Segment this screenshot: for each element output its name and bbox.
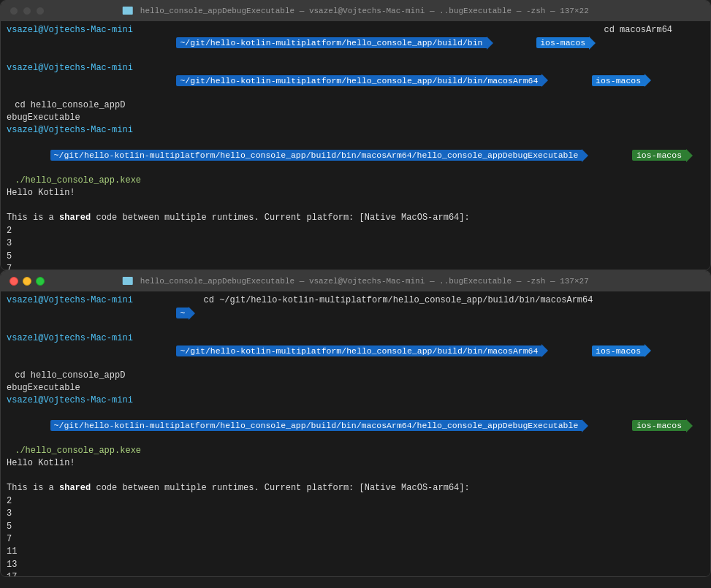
minimize-button-1[interactable]: [23, 7, 31, 15]
num-1-3: 5: [7, 251, 704, 263]
num-2-3: 5: [7, 521, 704, 533]
blank-2: [7, 470, 704, 482]
output-wrap-1: ebugExecutable: [7, 112, 704, 124]
close-button-1[interactable]: [9, 7, 18, 15]
traffic-lights-1: [9, 7, 45, 15]
cmd-line-1: vsazel@Vojtechs-Mac-mini ~/git/hello-kot…: [7, 24, 704, 62]
folder-icon-1: [122, 7, 132, 15]
cmd-line-b1: vsazel@Vojtechs-Mac-mini ~ cd ~/git/hell…: [7, 294, 704, 332]
ios-tag-b2: ios-macos: [592, 345, 645, 356]
cmd-text-b3: ./hello_console_app.kexe: [9, 445, 141, 457]
cmd-line-3: vsazel@Vojtechs-Mac-mini ~/git/hello-kot…: [7, 124, 704, 186]
ios-macos-badge-2: ios-macos: [632, 420, 686, 431]
cmd-text-b2: cd hello_console_appD: [9, 370, 125, 382]
close-button-2[interactable]: [9, 277, 18, 286]
shared-word-2: shared: [59, 483, 91, 493]
cmd-line-2: vsazel@Vojtechs-Mac-mini ~/git/hello-kot…: [7, 62, 704, 112]
num-2-1: 2: [7, 495, 704, 508]
maximize-button-2[interactable]: [36, 277, 45, 286]
cmd-text-3a: ./hello_console_app.kexe: [9, 175, 141, 187]
num-2-5: 11: [7, 546, 704, 558]
terminal-body-2: vsazel@Vojtechs-Mac-mini ~ cd ~/git/hell…: [1, 291, 710, 576]
user-host-2: vsazel@Vojtechs-Mac-mini: [7, 62, 133, 75]
traffic-lights-2: [9, 277, 45, 286]
num-1-4: 7: [7, 263, 704, 270]
user-host-b1: vsazel@Vojtechs-Mac-mini: [7, 294, 133, 307]
cmd-text-b1: cd ~/git/hello-kotlin-multiplatform/hell…: [198, 294, 593, 307]
num-2-7: 17: [7, 571, 704, 576]
hello-kotlin-2: Hello Kotlin!: [7, 457, 704, 470]
user-host-1: vsazel@Vojtechs-Mac-mini: [7, 24, 133, 37]
path-badge-2a: ~/git/hello-kotlin-multiplatform/hello_c…: [176, 75, 541, 86]
num-1-1: 2: [7, 225, 704, 237]
path-badge-b2: ~/git/hello-kotlin-multiplatform/hello_c…: [176, 345, 541, 356]
ios-tag-1a: ios-macos: [536, 37, 589, 48]
shared-line-1: This is a shared code between multiple r…: [7, 212, 704, 224]
ios-tag-2a: ios-macos: [592, 75, 645, 86]
folder-icon-2: [122, 277, 132, 285]
output-wrap-b2: ebugExecutable: [7, 382, 704, 394]
cmd-text-1a: cd macosArm64: [598, 24, 672, 37]
terminal-window-1: hello_console_appDebugExecutable — vsaze…: [0, 0, 711, 270]
path-badge-1a: ~/git/hello-kotlin-multiplatform/hello_c…: [176, 37, 486, 48]
num-2-2: 3: [7, 508, 704, 520]
title-bar-1: hello_console_appDebugExecutable — vsaze…: [1, 1, 710, 21]
cmd-text-2a: cd hello_console_appD: [9, 99, 125, 112]
path-badge-b3: ~/git/hello-kotlin-multiplatform/hello_c…: [50, 420, 582, 431]
user-host-b3: vsazel@Vojtechs-Mac-mini: [7, 394, 133, 407]
title-text-2: hello_console_appDebugExecutable — vsaze…: [122, 277, 589, 286]
path-badge-b1: ~: [176, 308, 189, 318]
title-text-1: hello_console_appDebugExecutable — vsaze…: [122, 7, 589, 15]
num-1-2: 3: [7, 237, 704, 250]
terminal-body-1: vsazel@Vojtechs-Mac-mini ~/git/hello-kot…: [1, 21, 710, 270]
title-bar-2: hello_console_appDebugExecutable — vsaze…: [1, 271, 710, 291]
path-badge-3a: ~/git/hello-kotlin-multiplatform/hello_c…: [50, 150, 582, 161]
num-2-6: 13: [7, 559, 704, 571]
cmd-line-b3: vsazel@Vojtechs-Mac-mini ~/git/hello-kot…: [7, 394, 704, 457]
user-host-3: vsazel@Vojtechs-Mac-mini: [7, 124, 133, 137]
maximize-button-1[interactable]: [36, 7, 45, 15]
hello-kotlin-1: Hello Kotlin!: [7, 187, 704, 199]
num-2-4: 7: [7, 533, 704, 546]
cmd-line-b2: vsazel@Vojtechs-Mac-mini ~/git/hello-kot…: [7, 332, 704, 382]
shared-word-1: shared: [59, 213, 91, 223]
ios-macos-badge-1: ios-macos: [632, 150, 686, 161]
minimize-button-2[interactable]: [23, 277, 31, 286]
shared-line-2: This is a shared code between multiple r…: [7, 482, 704, 495]
user-host-b2: vsazel@Vojtechs-Mac-mini: [7, 332, 133, 345]
blank-1: [7, 199, 704, 212]
terminal-window-2: hello_console_appDebugExecutable — vsaze…: [0, 270, 711, 577]
